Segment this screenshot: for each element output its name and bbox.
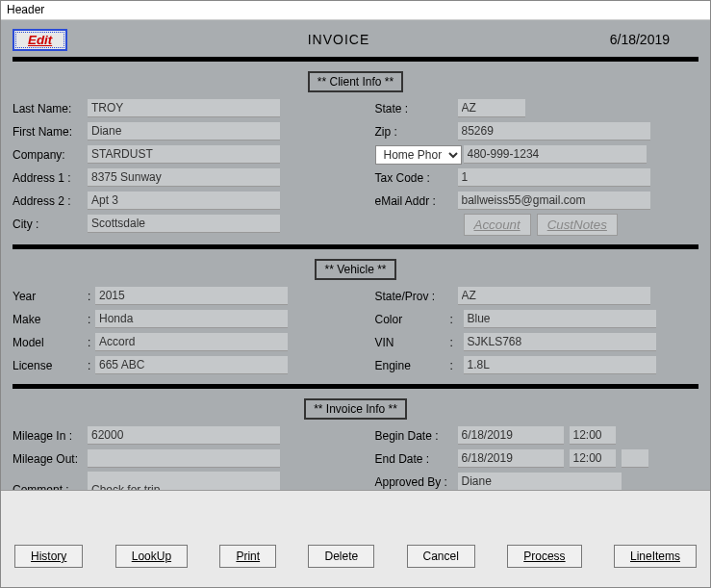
address2-label: Address 2 : xyxy=(13,194,88,208)
vehicle-col-right: State/Prov : Color: VIN: Engine: xyxy=(375,286,699,378)
engine-field[interactable] xyxy=(464,356,656,374)
page-title: INVOICE xyxy=(67,32,610,47)
vin-field[interactable] xyxy=(464,333,656,351)
client-col-left: Last Name: First Name: Company: Address … xyxy=(13,98,337,239)
license-field[interactable] xyxy=(95,356,288,374)
client-col-right: State : Zip : Home Phone Tax Code : eMai… xyxy=(375,98,699,239)
email-field[interactable] xyxy=(458,192,650,210)
print-button[interactable]: Print xyxy=(219,545,276,568)
begindate-label: Begin Date : xyxy=(375,429,458,443)
address1-label: Address 1 : xyxy=(13,171,88,185)
zip-label: Zip : xyxy=(375,125,458,139)
stateprov-label: State/Prov : xyxy=(375,290,458,303)
city-label: City : xyxy=(13,217,88,231)
invoice-col-right: Begin Date : End Date : Approved By : xyxy=(375,425,699,490)
vehicle-section-label: ** Vehicle ** xyxy=(315,259,395,280)
begintime-field[interactable] xyxy=(570,426,616,445)
client-section-header: ** Client Info ** xyxy=(13,71,698,92)
vehicle-section-header: ** Vehicle ** xyxy=(13,259,698,280)
model-field[interactable] xyxy=(95,333,288,351)
delete-button[interactable]: Delete xyxy=(308,545,374,568)
enddate-extra-field[interactable] xyxy=(622,449,648,468)
license-label: License xyxy=(13,359,88,372)
begindate-field[interactable] xyxy=(458,426,564,445)
lineitems-button[interactable]: LineItems xyxy=(614,545,697,568)
company-label: Company: xyxy=(13,148,88,162)
year-label: Year xyxy=(13,290,88,303)
header-row: Edit INVOICE 6/18/2019 xyxy=(13,28,698,51)
window-title: Header xyxy=(1,1,710,20)
make-label: Make xyxy=(13,313,88,326)
client-columns: Last Name: First Name: Company: Address … xyxy=(13,98,698,239)
approvedby-label: Approved By : xyxy=(375,475,458,489)
endtime-field[interactable] xyxy=(570,449,616,468)
mileagein-field[interactable] xyxy=(88,426,280,445)
vehicle-columns: Year: Make: Model: License: State/Prov :… xyxy=(13,286,698,378)
mileageout-label: Mileage Out: xyxy=(13,452,88,466)
client-section-label: ** Client Info ** xyxy=(308,71,403,92)
enddate-label: End Date : xyxy=(375,452,458,466)
company-field[interactable] xyxy=(88,145,280,164)
vin-label: VIN xyxy=(375,336,450,349)
firstname-label: First Name: xyxy=(13,125,88,139)
invoice-window: Header Edit INVOICE 6/18/2019 ** Client … xyxy=(0,0,711,588)
address2-field[interactable] xyxy=(88,192,280,210)
state-field[interactable] xyxy=(458,99,525,117)
invoice-section-header: ** Invoice Info ** xyxy=(13,398,698,420)
firstname-field[interactable] xyxy=(88,122,280,141)
phonetype-select[interactable]: Home Phone xyxy=(375,145,462,165)
city-field[interactable] xyxy=(88,215,280,233)
year-field[interactable] xyxy=(95,287,288,305)
footer-buttons: History LookUp Print Delete Cancel Proce… xyxy=(14,510,697,568)
footer: History LookUp Print Delete Cancel Proce… xyxy=(1,490,710,587)
lastname-label: Last Name: xyxy=(13,102,88,115)
lookup-button[interactable]: LookUp xyxy=(115,545,188,568)
state-label: State : xyxy=(375,102,458,115)
form-area: Edit INVOICE 6/18/2019 ** Client Info **… xyxy=(1,20,710,490)
lastname-field[interactable] xyxy=(88,99,280,117)
enddate-field[interactable] xyxy=(458,449,564,468)
divider xyxy=(13,244,698,249)
comment-field[interactable] xyxy=(88,472,280,490)
invoice-columns: Mileage In : Mileage Out: Comment : Begi… xyxy=(13,425,698,490)
stateprov-field[interactable] xyxy=(458,287,650,305)
approvedby-field[interactable] xyxy=(458,473,622,490)
process-button[interactable]: Process xyxy=(507,545,581,568)
engine-label: Engine xyxy=(375,359,450,372)
zip-field[interactable] xyxy=(458,122,650,141)
make-field[interactable] xyxy=(95,310,288,328)
header-date: 6/18/2019 xyxy=(610,32,698,47)
divider xyxy=(13,57,698,62)
vehicle-col-left: Year: Make: Model: License: xyxy=(13,286,337,378)
taxcode-label: Tax Code : xyxy=(375,171,458,185)
taxcode-field[interactable] xyxy=(458,168,650,187)
edit-button[interactable]: Edit xyxy=(13,29,67,51)
custnotes-button: CustNotes xyxy=(537,214,618,236)
invoice-col-left: Mileage In : Mileage Out: Comment : xyxy=(13,425,337,490)
comment-label: Comment : xyxy=(13,483,88,490)
phone-field[interactable] xyxy=(464,145,647,164)
cancel-button[interactable]: Cancel xyxy=(407,545,475,568)
mileagein-label: Mileage In : xyxy=(13,429,88,443)
color-field[interactable] xyxy=(464,310,656,328)
account-button: Account xyxy=(464,214,531,236)
invoice-section-label: ** Invoice Info ** xyxy=(304,398,407,420)
divider xyxy=(13,384,698,389)
model-label: Model xyxy=(13,336,88,349)
color-label: Color xyxy=(375,313,450,326)
history-button[interactable]: History xyxy=(14,545,83,568)
email-label: eMail Addr : xyxy=(375,194,458,208)
address1-field[interactable] xyxy=(88,168,280,187)
mileageout-field[interactable] xyxy=(88,449,280,468)
